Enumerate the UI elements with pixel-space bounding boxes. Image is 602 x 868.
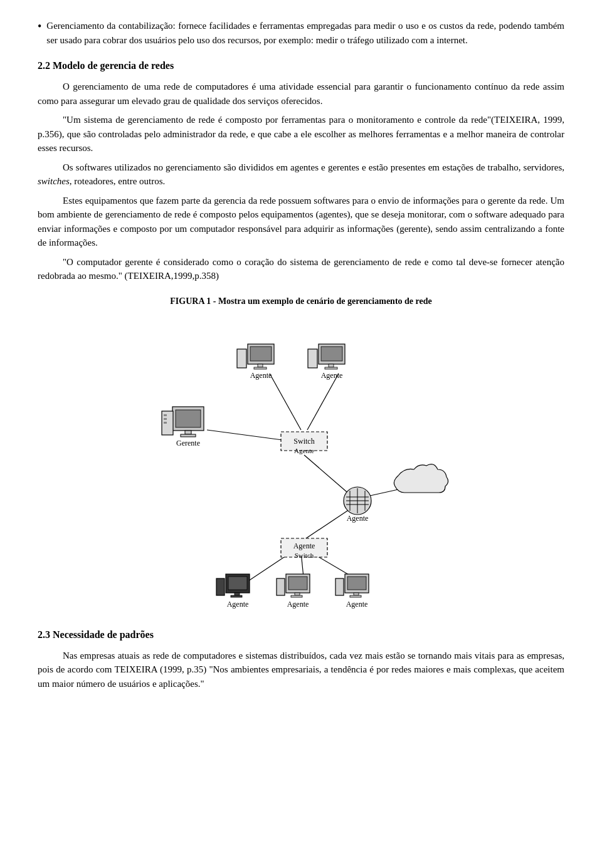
svg-line-1 xyxy=(270,374,301,430)
svg-rect-47 xyxy=(347,577,366,590)
svg-rect-21 xyxy=(254,367,267,369)
svg-rect-26 xyxy=(325,367,337,369)
svg-line-2 xyxy=(307,374,339,430)
agente-bottom-center-label: Agente xyxy=(287,600,309,609)
section-2-2-para3: Os softwares utilizados no gerenciamento… xyxy=(38,160,564,189)
svg-rect-27 xyxy=(308,349,317,368)
svg-rect-15 xyxy=(164,418,167,420)
svg-rect-25 xyxy=(329,364,334,367)
svg-rect-49 xyxy=(350,595,361,597)
svg-line-3 xyxy=(304,455,351,496)
svg-rect-50 xyxy=(335,578,344,595)
svg-rect-44 xyxy=(291,595,302,597)
svg-rect-39 xyxy=(231,595,242,597)
bullet-text: Gerenciamento da contabilização: fornece… xyxy=(46,19,564,47)
section-2-2-heading: 2.2 Modelo de gerencia de redes xyxy=(38,58,564,73)
svg-rect-12 xyxy=(181,434,196,437)
svg-line-5 xyxy=(304,508,351,540)
agente-bottom-right-label: Agente xyxy=(346,600,368,609)
svg-rect-20 xyxy=(258,364,263,367)
svg-rect-10 xyxy=(176,410,201,427)
section-2-2-para4: Estes equipamentos que fazem parte da ge… xyxy=(38,194,564,250)
svg-rect-40 xyxy=(216,578,224,595)
svg-rect-24 xyxy=(321,347,342,361)
svg-rect-48 xyxy=(354,593,359,595)
bullet-gerenciamento: • Gerenciamento da contabilização: forne… xyxy=(38,19,564,47)
svg-rect-43 xyxy=(295,593,300,595)
switch1-label: Switch xyxy=(293,437,314,446)
svg-line-4 xyxy=(370,489,398,496)
svg-rect-42 xyxy=(288,577,307,590)
section-2-2-para5: "O computador gerente é considerado como… xyxy=(38,255,564,283)
svg-rect-14 xyxy=(164,414,167,416)
bullet-icon: • xyxy=(38,19,41,34)
section-2-2-para2: "Um sistema de gerenciamento de rede é c… xyxy=(38,113,564,155)
gerente-label: Gerente xyxy=(176,439,200,447)
figure-1-container: Gerente Switch Agente Agente Agente Agen… xyxy=(38,314,564,615)
svg-rect-37 xyxy=(228,577,247,590)
switch1-agente-label: Agente xyxy=(294,447,314,454)
network-diagram: Gerente Switch Agente Agente Agente Agen… xyxy=(125,314,477,615)
switch2-agente-label: Agente xyxy=(293,541,315,550)
agente-top-left-label: Agente xyxy=(250,371,272,380)
svg-rect-22 xyxy=(237,349,246,368)
para3-text: Os softwares utilizados no gerenciamento… xyxy=(38,162,564,187)
svg-rect-13 xyxy=(162,411,173,435)
svg-rect-45 xyxy=(277,578,285,595)
section-2-3-para1: Nas empresas atuais as rede de computado… xyxy=(38,649,564,691)
section-2-2-para1: O gerenciamento de uma rede de computado… xyxy=(38,80,564,108)
agente-bottom-left-label: Agente xyxy=(227,600,249,609)
figure-1-caption: FIGURA 1 - Mostra um exemplo de cenário … xyxy=(38,295,564,308)
svg-rect-38 xyxy=(235,593,240,595)
svg-rect-11 xyxy=(185,431,191,434)
agente-router-label: Agente xyxy=(347,514,369,523)
agente-top-right-label: Agente xyxy=(321,371,343,380)
switch2-label: Switch xyxy=(295,552,314,559)
svg-rect-16 xyxy=(164,422,167,424)
section-2-3-heading: 2.3 Necessidade de padrões xyxy=(38,627,564,642)
svg-rect-19 xyxy=(250,347,272,361)
